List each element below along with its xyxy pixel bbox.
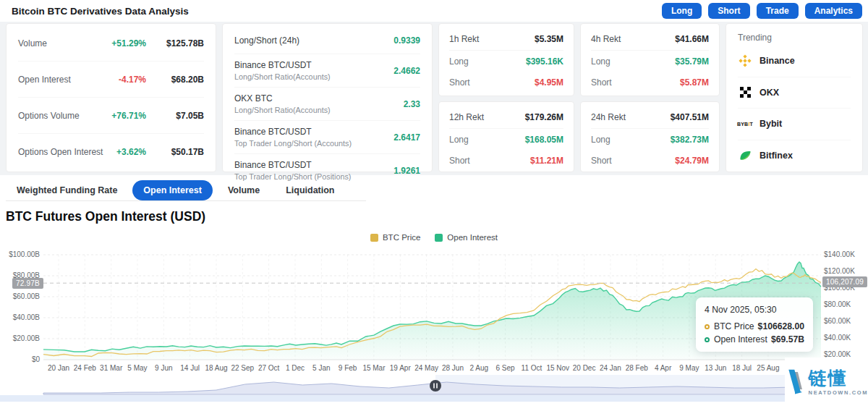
chart-legend: BTC Price Open Interest bbox=[0, 233, 868, 242]
rekt-total: $41.66M bbox=[675, 34, 709, 44]
analytics-button[interactable]: Analytics bbox=[805, 3, 862, 19]
current-open-interest-badge: 72.97B bbox=[12, 278, 43, 289]
legend-swatch-open-interest bbox=[435, 234, 443, 242]
tab-liquidation[interactable]: Liquidation bbox=[275, 180, 345, 200]
bitfinex-icon bbox=[738, 148, 752, 163]
long-button[interactable]: Long bbox=[662, 3, 702, 19]
page-title: Bitcoin BTC Derivatives Data Analysis bbox=[12, 6, 189, 17]
rekt-short-value: $5.87M bbox=[680, 77, 709, 88]
trending-item-okx[interactable]: OKX bbox=[738, 77, 851, 109]
ratio-title: OKX BTC bbox=[234, 93, 396, 103]
current-price-badge: 106,207.09 bbox=[822, 276, 867, 287]
rekt-4h-card: 4h Rekt$41.66M Long$35.79M Short$5.87M bbox=[580, 23, 720, 96]
legend-item-btc-price[interactable]: BTC Price bbox=[370, 233, 420, 242]
trending-card: Trending Binance OKX BYBIT Bybit bbox=[726, 23, 863, 172]
ratio-title: Long/Short (24h) bbox=[234, 35, 386, 46]
right-axis-tick: $140.00K bbox=[824, 250, 855, 258]
ratio-row: Binance BTC/USDT Long/Short Ratio(Accoun… bbox=[234, 54, 420, 88]
chart-tooltip: 4 Nov 2025, 05:30 BTC Price $106628.00 O… bbox=[696, 297, 813, 352]
tab-open-interest[interactable]: Open Interest bbox=[132, 180, 213, 200]
stat-value: $50.17B bbox=[155, 147, 204, 157]
legend-item-open-interest[interactable]: Open Interest bbox=[435, 233, 498, 242]
right-axis-tick: $40.00K bbox=[824, 334, 851, 342]
rekt-long-label: Long bbox=[591, 56, 675, 67]
ratio-value: 1.9261 bbox=[393, 166, 420, 176]
navigator-mini-chart[interactable] bbox=[43, 382, 821, 394]
stat-change: +76.71% bbox=[111, 111, 146, 121]
stat-value: $68.20B bbox=[155, 75, 204, 85]
trending-item-bybit[interactable]: BYBIT Bybit bbox=[738, 109, 851, 140]
stat-row-options-open-interest: Options Open Interest +3.62% $50.17B bbox=[18, 134, 204, 170]
long-short-ratios-card: Long/Short (24h) 0.9339 Binance BTC/USDT… bbox=[222, 23, 433, 172]
ratio-title: Binance BTC/USDT bbox=[234, 127, 386, 137]
rekt-24h-card: 24h Rekt$407.51M Long$382.73M Short$24.7… bbox=[580, 101, 720, 172]
rekt-short-value: $24.79M bbox=[675, 156, 709, 166]
rekt-total: $179.26M bbox=[525, 112, 563, 122]
rekt-title: 24h Rekt bbox=[591, 112, 671, 122]
rekt-long-label: Long bbox=[449, 56, 526, 67]
tooltip-timestamp: 4 Nov 2025, 05:30 bbox=[705, 305, 804, 315]
left-axis-tick: $60.00B bbox=[0, 292, 40, 300]
left-axis-tick: $20.00B bbox=[0, 334, 40, 342]
ratio-row: Binance BTC/USDT Top Trader Long/Short (… bbox=[234, 121, 420, 154]
trade-button[interactable]: Trade bbox=[757, 3, 799, 19]
legend-label: Open Interest bbox=[447, 233, 498, 242]
ratio-row: OKX BTC Long/Short Ratio(Accounts) 2.33 bbox=[234, 88, 420, 121]
chart-title: BTC Futures Open Interest (USD) bbox=[6, 209, 205, 224]
stat-change: -4.17% bbox=[119, 75, 146, 85]
rekt-long-value: $35.79M bbox=[675, 56, 709, 67]
left-axis-tick: $100.00B bbox=[0, 250, 40, 258]
rekt-1h-card: 1h Rekt$5.35M Long$395.16K Short$4.95M bbox=[438, 23, 574, 96]
watermark-site-url: NEATDOWN.COM bbox=[809, 389, 868, 396]
rekt-long-value: $395.16K bbox=[526, 56, 563, 67]
ratio-row: Long/Short (24h) 0.9339 bbox=[234, 27, 420, 54]
navigator-handle[interactable] bbox=[430, 380, 441, 392]
ratio-title: Binance BTC/USDT bbox=[234, 160, 386, 170]
bybit-icon: BYBIT bbox=[738, 117, 752, 131]
right-axis-tick: $120.00K bbox=[824, 267, 855, 275]
rekt-short-value: $4.95M bbox=[535, 77, 563, 88]
stat-row-volume: Volume +51.29% $125.78B bbox=[18, 25, 204, 62]
rekt-short-label: Short bbox=[449, 156, 530, 166]
ratio-value: 0.9339 bbox=[393, 35, 420, 46]
chart-tabs: Weighted Funding Rate Open Interest Volu… bbox=[6, 180, 366, 201]
left-axis-tick: $40.00B bbox=[0, 313, 40, 321]
exchange-name: Binance bbox=[760, 56, 795, 66]
stat-label: Options Open Interest bbox=[18, 147, 116, 157]
tab-volume[interactable]: Volume bbox=[217, 180, 271, 200]
rekt-short-label: Short bbox=[591, 77, 680, 88]
page-header: Bitcoin BTC Derivatives Data Analysis Lo… bbox=[0, 0, 868, 22]
exchange-name: Bitfinex bbox=[760, 151, 793, 161]
stat-label: Volume bbox=[18, 38, 111, 48]
ratio-value: 2.4662 bbox=[393, 66, 420, 76]
stat-row-open-interest: Open Interest -4.17% $68.20B bbox=[18, 62, 204, 98]
open-interest-dot-icon bbox=[705, 337, 710, 342]
ratio-subtitle: Long/Short Ratio(Accounts) bbox=[234, 106, 396, 114]
ratio-value: 2.33 bbox=[404, 99, 420, 109]
legend-label: BTC Price bbox=[383, 233, 420, 242]
short-button[interactable]: Short bbox=[708, 3, 749, 19]
exchange-name: Bybit bbox=[760, 119, 782, 129]
binance-icon bbox=[738, 54, 752, 68]
trending-item-bitfinex[interactable]: Bitfinex bbox=[738, 140, 851, 172]
rekt-short-value: $11.21M bbox=[530, 156, 563, 166]
ratio-subtitle: Top Trader Long/Short (Accounts) bbox=[234, 139, 386, 148]
rekt-long-label: Long bbox=[591, 135, 671, 145]
okx-icon bbox=[738, 85, 752, 100]
ratio-title: Binance BTC/USDT bbox=[234, 60, 386, 70]
trending-item-binance[interactable]: Binance bbox=[738, 46, 851, 77]
rekt-12h-card: 12h Rekt$179.26M Long$168.05M Short$11.2… bbox=[438, 101, 574, 172]
tab-weighted-funding-rate[interactable]: Weighted Funding Rate bbox=[6, 180, 128, 200]
btc-price-dot-icon bbox=[705, 324, 710, 329]
stat-change: +51.29% bbox=[111, 38, 146, 48]
market-stats-card: Volume +51.29% $125.78B Open Interest -4… bbox=[6, 23, 216, 172]
stat-value: $7.05B bbox=[155, 111, 204, 121]
rekt-short-label: Short bbox=[591, 156, 675, 166]
left-axis-tick: $0 bbox=[0, 355, 40, 363]
rekt-long-value: $168.05M bbox=[525, 135, 563, 145]
right-axis-tick: $60.00K bbox=[824, 317, 851, 325]
stat-change: +3.62% bbox=[116, 147, 146, 157]
rekt-title: 4h Rekt bbox=[591, 34, 675, 44]
rekt-title: 12h Rekt bbox=[449, 112, 525, 122]
legend-swatch-btc-price bbox=[370, 234, 378, 242]
